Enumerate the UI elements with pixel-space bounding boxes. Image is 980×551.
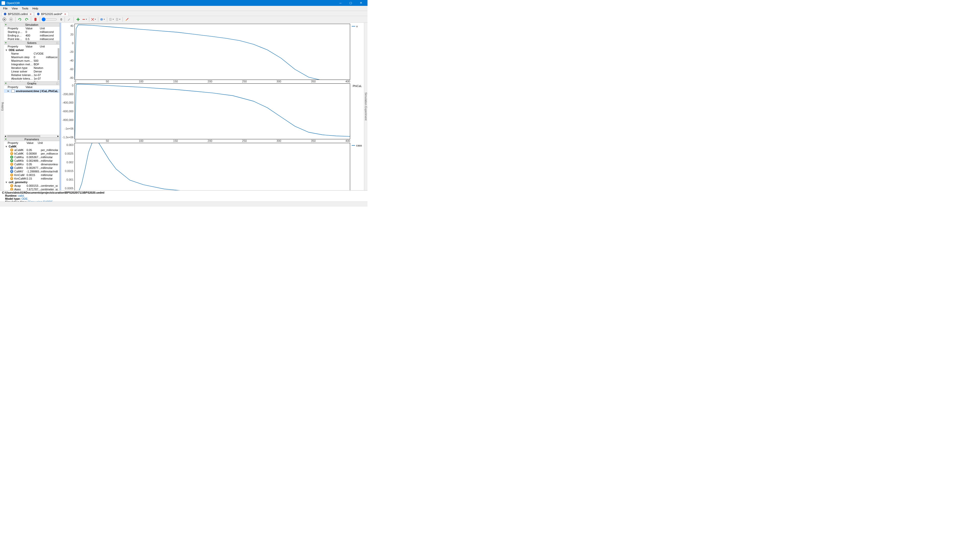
solver-row[interactable]: Maximum step0millisecond <box>4 56 59 59</box>
scrollbar-horizontal[interactable]: ◂▸ <box>4 135 59 137</box>
sidetab-simulation-experiment[interactable]: Simulation Experiment <box>364 23 368 190</box>
param-value[interactable]: 0.0015 <box>27 173 41 177</box>
sim-row[interactable]: Ending p…400millisecond <box>4 34 59 37</box>
param-value[interactable]: -1.288865… <box>27 170 41 173</box>
panel-header-parameters[interactable]: ▾ Parameters <box>4 137 59 141</box>
param-row[interactable]: CAcap0.000153…centimeter_squared <box>4 184 59 187</box>
menu-file[interactable]: File <box>1 7 10 10</box>
sim-row[interactable]: Point inte…0.5millisecond <box>4 37 59 41</box>
expander-icon[interactable]: ▸ <box>8 89 10 93</box>
param-value[interactable]: 0.002877… <box>27 166 41 170</box>
solver-row[interactable]: Linear solverDense <box>4 70 59 73</box>
param-row[interactable]: RCaMKt'-1.288865…millimolar/millisecond <box>4 170 59 173</box>
tab-label: BPS2020.cellml <box>8 13 28 16</box>
close-button[interactable]: ✕ <box>356 0 366 6</box>
param-value[interactable]: 0.005367… <box>27 156 41 159</box>
doc-button2[interactable]: ▼ <box>115 17 121 22</box>
panel-header-simulation[interactable]: ▾ Simulation <box>4 23 59 27</box>
param-value[interactable]: 0.002489… <box>27 159 41 162</box>
panel-header-solvers[interactable]: ▾ Solvers ▢ <box>4 41 59 44</box>
delay-slider[interactable] <box>41 17 57 21</box>
prop-value[interactable]: 500 <box>34 59 46 62</box>
solver-row[interactable]: Iteration typeNewton <box>4 66 59 70</box>
panel-header-graphs[interactable]: ▾ Graphs ▢ <box>4 81 59 85</box>
prop-value[interactable]: BDF <box>34 62 46 66</box>
solver-row[interactable]: NameCVODE <box>4 52 59 56</box>
param-row[interactable]: ACaMKa0.005367…millimolar <box>4 156 59 159</box>
param-row[interactable]: SCaMKt0.002877…millimolar <box>4 166 59 170</box>
param-value[interactable]: 0.05 <box>27 148 41 152</box>
add-button[interactable] <box>75 17 81 22</box>
menu-help[interactable]: Help <box>30 7 40 10</box>
param-group[interactable]: ▾CaMK <box>4 144 59 148</box>
param-row[interactable]: CAgeo7.671787…centimeter_squared <box>4 187 59 190</box>
plot-box[interactable] <box>75 24 350 80</box>
remove-button[interactable]: ▼ <box>82 17 88 22</box>
tab-0[interactable]: BPS2020.cellml× <box>2 12 34 16</box>
tab-1[interactable]: BPS2020.sedml*× <box>35 12 68 16</box>
reload-left-button[interactable] <box>17 17 23 22</box>
prop-value[interactable]: CVODE <box>34 52 46 56</box>
param-row[interactable]: CaCaMK0.05per_millimolar_per_millisecond <box>4 148 59 152</box>
prop-value[interactable]: 0 <box>34 56 46 59</box>
param-unit: centimeter_squared <box>41 187 58 190</box>
param-row[interactable]: ACaMKb0.002489…millimolar <box>4 159 59 162</box>
svg-point-10 <box>94 20 94 21</box>
stop-button[interactable] <box>8 17 14 22</box>
solver-row[interactable]: Maximum number …500 <box>4 59 59 62</box>
param-row[interactable]: CKmCaMK0.15millimolar <box>4 177 59 180</box>
legend-line-icon <box>352 145 355 146</box>
menu-tools[interactable]: Tools <box>20 7 30 10</box>
prop-value[interactable]: 400 <box>25 34 40 37</box>
minimize-button[interactable]: ─ <box>335 0 345 6</box>
param-value[interactable]: 0.000153… <box>27 184 41 187</box>
collapse-icon[interactable]: ▢ <box>56 41 59 44</box>
x-tick: 300 <box>277 80 281 83</box>
graph-checkbox[interactable] <box>11 89 14 93</box>
prop-value[interactable]: 1e-07 <box>34 77 46 80</box>
plot-box[interactable] <box>75 143 350 190</box>
solver-row[interactable]: Integration methodBDF <box>4 62 59 66</box>
prop-value[interactable]: 0.5 <box>25 37 40 41</box>
axes-reset-button[interactable]: ▼ <box>91 17 97 22</box>
param-value[interactable]: 0.05 <box>27 162 41 166</box>
run-button[interactable] <box>2 17 7 22</box>
clear-button[interactable] <box>33 17 38 22</box>
solver-row[interactable]: Absolute tolerance1e-07 <box>4 77 59 80</box>
menu-view[interactable]: View <box>10 7 20 10</box>
tab-close-icon[interactable]: × <box>30 13 32 16</box>
expander-icon[interactable]: ▾ <box>6 180 8 184</box>
doc-button1[interactable]: ▼ <box>109 17 115 22</box>
prop-value[interactable]: Newton <box>34 66 46 70</box>
sim-row[interactable]: Starting p…0millisecond <box>4 30 59 34</box>
param-row[interactable]: CKmCaM0.0015millimolar <box>4 173 59 177</box>
plot-box[interactable] <box>75 83 350 140</box>
solver-row[interactable]: Relative tolerance1e-07 <box>4 73 59 77</box>
maximize-button[interactable]: ▢ <box>345 0 356 6</box>
graph-item[interactable]: ▸ environment.time | ICaL.PhiCaL <box>4 89 59 93</box>
tab-close-icon[interactable]: × <box>64 13 66 16</box>
pencil-button[interactable] <box>66 17 72 22</box>
y-tick: 0 <box>62 41 73 44</box>
export-sedml-button[interactable]: ▼ <box>100 17 105 22</box>
sidetab-editing[interactable]: Editing <box>0 23 4 190</box>
expander-icon[interactable]: ▾ <box>6 144 8 148</box>
param-row[interactable]: CCaMKo0.05dimensionless <box>4 162 59 166</box>
prop-value[interactable]: Dense <box>34 70 46 73</box>
param-value[interactable]: 7.671787… <box>27 187 41 190</box>
chart-gutter[interactable] <box>60 23 61 190</box>
param-value[interactable]: 0.15 <box>27 177 41 180</box>
param-group[interactable]: ▾cell_geometry <box>4 180 59 184</box>
prop-value[interactable]: 0 <box>25 30 40 34</box>
solver-group[interactable]: ▾ ODE solver <box>4 48 59 52</box>
prop-name: Integration method <box>11 62 34 66</box>
param-row[interactable]: CbCaMK0.00068per_millisecond <box>4 152 59 156</box>
prop-value[interactable]: 1e-07 <box>34 73 46 77</box>
parameters-list[interactable]: ▾CaMKCaCaMK0.05per_millimolar_per_millis… <box>4 144 59 190</box>
preferences-button[interactable] <box>124 17 130 22</box>
reload-right-button[interactable] <box>24 17 29 22</box>
param-value[interactable]: 0.00068 <box>27 152 41 156</box>
scrollbar-vertical[interactable] <box>57 48 59 81</box>
collapse-icon[interactable]: ▢ <box>56 82 59 85</box>
expander-icon[interactable]: ▾ <box>6 48 8 52</box>
